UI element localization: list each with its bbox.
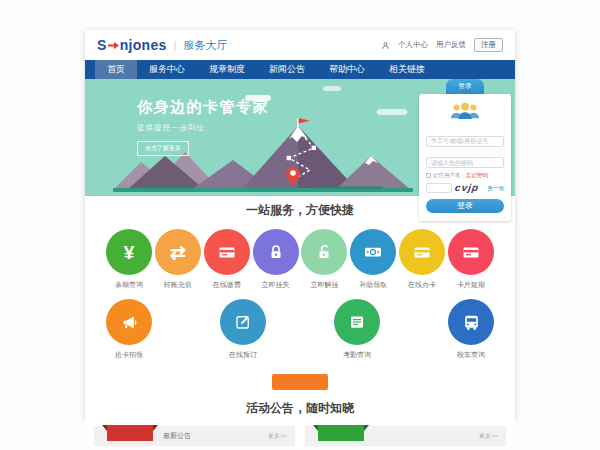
red-arrow-icon [108,41,119,50]
site-header: S njones | 服务大厅 个人中心 用户反馈 注册 [85,30,515,60]
announcements-title: 活动公告，随时知晓 [85,400,515,417]
services-grid: ¥ 余额查询 ⇄ 转账充值 在线缴费 立即挂失 [85,229,515,369]
register-button[interactable]: 注册 [474,38,503,52]
hero-cta-button[interactable]: 点击了解更多 [137,141,189,156]
service-item-unfreeze[interactable]: 立即解挂 [301,229,347,290]
login-panel: 登录 记住用户名 | 忘记密码 cvjp 换一张 [419,74,511,221]
username-input[interactable] [426,136,504,147]
list-icon [334,299,380,345]
personal-center-link[interactable]: 个人中心 [398,40,428,50]
services-section: 一站服务，方便快捷 ¥ 余额查询 ⇄ 转账充值 在线缴费 立即挂失 [85,196,515,390]
cloud-icon [377,109,407,115]
banknote-icon [350,229,396,275]
more-services-wrap: 更多服务>> [85,370,515,390]
usage-guide-tab[interactable]: 使用指南 [318,425,364,441]
login-tab[interactable]: 登录 [446,79,484,94]
remember-label: 记住用户名 [433,172,461,179]
service-item-balance[interactable]: ¥ 余额查询 [106,229,152,290]
announcements-bar: 使用须知 最新公告 更多>> 使用指南 更多>> [85,426,515,446]
more-link[interactable]: 更多>> [268,432,287,441]
remember-checkbox[interactable] [426,173,431,178]
nav-news[interactable]: 新闻公告 [257,60,317,79]
megaphone-icon [106,299,152,345]
user-icon [381,41,390,50]
hero-text: 你身边的卡管专家 提供捷径一步到位 点击了解更多 [137,98,269,156]
service-item-online-payment[interactable]: 在线缴费 [204,229,250,290]
nav-service-center[interactable]: 服务中心 [137,60,197,79]
nav-help-center[interactable]: 帮助中心 [317,60,377,79]
service-item-school-bus[interactable]: 校车查询 [448,299,494,360]
captcha-input[interactable] [426,183,452,193]
captcha-image: cvjp [454,183,479,193]
yen-icon: ¥ [106,229,152,275]
service-item-online-booking[interactable]: 在线预订 [220,299,266,360]
service-item-subsidy[interactable]: 补助领取 [350,229,396,290]
logo[interactable]: S njones [97,37,167,53]
logo-text: S [97,37,107,53]
forgot-password-link[interactable]: 忘记密码 [466,172,488,179]
service-item-transfer[interactable]: ⇄ 转账充值 [155,229,201,290]
login-button[interactable]: 登录 [426,199,504,213]
nav-rules[interactable]: 规章制度 [197,60,257,79]
separator: | [463,173,464,179]
announcements-left-column: 使用须知 最新公告 更多>> [94,426,295,446]
login-card: 记住用户名 | 忘记密码 cvjp 换一张 登录 [419,94,511,221]
bus-icon [448,299,494,345]
service-item-card-extension[interactable]: 卡片延期 [448,229,494,290]
service-item-attendance[interactable]: 考勤查询 [334,299,380,360]
webpage: S njones | 服务大厅 个人中心 用户反馈 注册 首页 服务中心 规章制… [85,30,515,420]
lock-icon [253,229,299,275]
edit-icon [220,299,266,345]
password-input[interactable] [426,157,504,168]
user-feedback-link[interactable]: 用户反馈 [436,40,466,50]
header-divider: | [174,39,177,51]
usage-notice-tab[interactable]: 使用须知 [107,425,153,441]
users-icon [426,101,504,124]
logo-text: njones [120,37,167,53]
more-services-button[interactable]: 更多服务>> [272,374,328,390]
more-link[interactable]: 更多>> [479,432,498,441]
service-item-lost-found[interactable]: 拾卡招领 [106,299,152,360]
bank-card-icon [448,229,494,275]
unlock-icon [301,229,347,275]
bank-card-icon [399,229,445,275]
cloud-icon [323,86,341,91]
service-item-report-loss[interactable]: 立即挂失 [253,229,299,290]
transfer-arrows-icon: ⇄ [155,229,201,275]
latest-news-tab[interactable]: 最新公告 [163,431,191,441]
hero-subtitle: 提供捷径一步到位 [137,123,269,133]
captcha-row: cvjp 换一张 [426,183,504,193]
announcements-right-column: 使用指南 更多>> [305,426,506,446]
nav-home[interactable]: 首页 [95,60,137,79]
bank-card-icon [204,229,250,275]
header-links: 个人中心 用户反馈 注册 [381,38,503,52]
remember-row: 记住用户名 | 忘记密码 [426,172,504,179]
announcements-section: 活动公告，随时知晓 使用须知 最新公告 更多>> 使用指南 更多>> [85,400,515,446]
site-name: 服务大厅 [183,38,227,53]
captcha-refresh-link[interactable]: 换一张 [488,185,505,192]
service-item-apply-card[interactable]: 在线办卡 [399,229,445,290]
hero-title: 你身边的卡管专家 [137,98,269,117]
